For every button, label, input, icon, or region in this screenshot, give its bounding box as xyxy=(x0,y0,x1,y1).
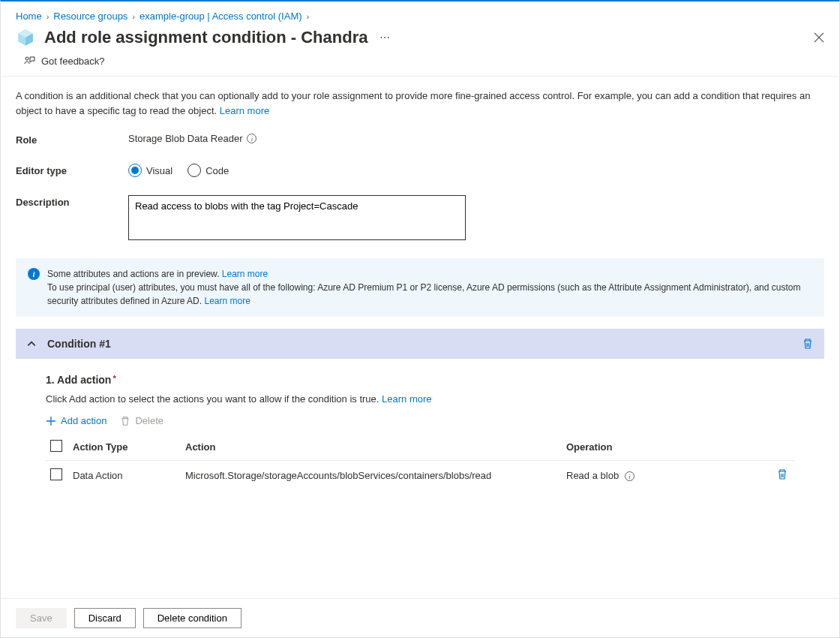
chevron-up-icon xyxy=(26,339,37,349)
radio-visual[interactable]: Visual xyxy=(128,164,172,177)
table-row: Data Action Microsoft.Storage/storageAcc… xyxy=(46,461,794,491)
role-label: Role xyxy=(16,133,128,146)
page-title: Add role assignment condition - Chandra xyxy=(44,28,368,47)
resource-cube-icon xyxy=(16,28,35,47)
field-editor-type: Editor type Visual Code xyxy=(16,164,824,177)
row-checkbox[interactable] xyxy=(50,468,62,480)
plus-icon xyxy=(46,416,56,426)
discard-button[interactable]: Discard xyxy=(74,608,136,628)
learn-more-step1[interactable]: Learn more xyxy=(382,393,431,405)
field-description: Description xyxy=(16,195,824,240)
title-row: Add role assignment condition - Chandra … xyxy=(1,23,839,55)
breadcrumb-home[interactable]: Home xyxy=(16,11,42,22)
footer: Save Discard Delete condition xyxy=(1,598,839,637)
col-action: Action xyxy=(181,434,562,461)
info-icon[interactable]: i xyxy=(247,134,256,143)
content-area: A condition is an additional check that … xyxy=(1,77,839,598)
svg-point-0 xyxy=(26,57,28,60)
description-input[interactable] xyxy=(128,195,466,240)
banner-line1: Some attributes and actions are in previ… xyxy=(47,269,219,279)
field-role: Role Storage Blob Data Reader i xyxy=(16,133,824,146)
cell-operation: Read a blob i xyxy=(562,461,772,491)
select-all-checkbox[interactable] xyxy=(50,440,62,452)
learn-more-banner1[interactable]: Learn more xyxy=(222,269,268,279)
chevron-right-icon: › xyxy=(132,12,135,21)
preview-info-banner: i Some attributes and actions are in pre… xyxy=(16,258,824,317)
condition-header[interactable]: Condition #1 xyxy=(16,329,824,359)
info-icon: i xyxy=(28,268,40,280)
chevron-right-icon: › xyxy=(307,12,310,21)
banner-line2: To use principal (user) attributes, you … xyxy=(47,282,800,306)
learn-more-banner2[interactable]: Learn more xyxy=(204,296,250,306)
feedback-icon xyxy=(23,55,35,67)
feedback-label: Got feedback? xyxy=(41,56,105,67)
delete-row-icon[interactable] xyxy=(776,468,788,480)
close-icon[interactable] xyxy=(814,32,824,43)
intro-text: A condition is an additional check that … xyxy=(16,89,824,118)
delete-condition-button[interactable]: Delete condition xyxy=(143,608,242,628)
role-value: Storage Blob Data Reader xyxy=(128,133,242,144)
col-action-type: Action Type xyxy=(68,434,181,461)
save-button: Save xyxy=(16,608,67,628)
col-operation: Operation xyxy=(562,434,772,461)
description-label: Description xyxy=(16,195,128,208)
editor-type-label: Editor type xyxy=(16,164,128,176)
step1-description: Click Add action to select the actions y… xyxy=(46,393,794,405)
radio-dot-icon xyxy=(128,164,142,177)
actions-table: Action Type Action Operation Data Action… xyxy=(46,434,794,490)
radio-code-label: Code xyxy=(206,165,229,176)
cell-action-type: Data Action xyxy=(68,461,181,491)
trash-icon xyxy=(120,416,130,426)
step1-title: 1. Add action* xyxy=(46,374,794,386)
add-action-button[interactable]: Add action xyxy=(46,415,106,426)
condition-title: Condition #1 xyxy=(47,338,791,350)
radio-dot-icon xyxy=(188,164,201,177)
breadcrumb-resource-groups[interactable]: Resource groups xyxy=(53,11,128,22)
cell-action: Microsoft.Storage/storageAccounts/blobSe… xyxy=(181,461,562,491)
condition-block: Condition #1 1. Add action* Click Add ac… xyxy=(16,329,824,505)
radio-code[interactable]: Code xyxy=(188,164,229,177)
info-icon[interactable]: i xyxy=(625,471,634,481)
chevron-right-icon: › xyxy=(46,12,50,21)
delete-action-button: Delete xyxy=(120,415,164,426)
breadcrumb: Home › Resource groups › example-group |… xyxy=(1,2,839,23)
learn-more-intro[interactable]: Learn more xyxy=(220,105,269,116)
radio-visual-label: Visual xyxy=(146,165,172,176)
more-options-icon[interactable]: ⋯ xyxy=(380,32,390,44)
breadcrumb-example-group-iam[interactable]: example-group | Access control (IAM) xyxy=(140,11,302,22)
delete-condition-icon[interactable] xyxy=(802,338,814,350)
feedback-link[interactable]: Got feedback? xyxy=(1,55,839,77)
